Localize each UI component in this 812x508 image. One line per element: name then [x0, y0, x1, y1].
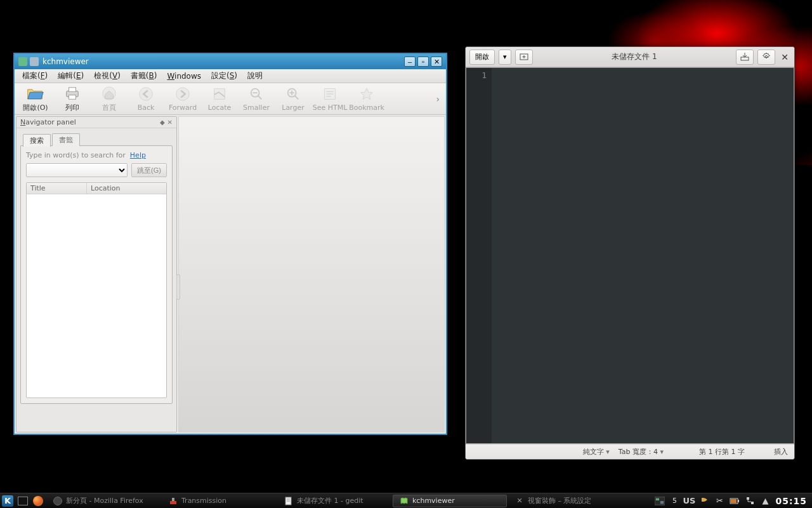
kde-menu-button[interactable]: K	[0, 494, 15, 508]
clock[interactable]: 05:15	[775, 496, 807, 506]
toolbar-overflow-button[interactable]: ›	[432, 94, 443, 104]
firefox-icon	[33, 496, 43, 506]
kchm-titlebar[interactable]: kchmviewer – ▫ ✕	[15, 54, 446, 69]
kchm-title: kchmviewer	[43, 57, 404, 66]
svg-rect-33	[731, 499, 737, 503]
home-icon	[100, 85, 118, 102]
svg-rect-2	[69, 95, 75, 99]
clipboard-icon[interactable]: ✂	[714, 496, 724, 506]
folder-open-icon	[27, 85, 44, 102]
svg-line-8	[258, 96, 262, 100]
kchmviewer-icon	[400, 497, 409, 505]
col-title[interactable]: Title	[27, 183, 87, 194]
close-button[interactable]: ✕	[431, 57, 442, 67]
language-selector[interactable]: 純文字	[583, 447, 610, 457]
results-table[interactable]: Title Location	[26, 182, 167, 398]
larger-button[interactable]: Larger	[275, 84, 311, 114]
gedit-icon	[284, 497, 293, 505]
new-tab-button[interactable]	[515, 50, 533, 65]
terminal-launcher[interactable]	[15, 494, 30, 508]
col-location[interactable]: Location	[87, 183, 166, 194]
print-button[interactable]: 列印	[54, 84, 91, 114]
transmission-icon	[169, 497, 178, 505]
tab-search[interactable]: 搜索	[23, 134, 51, 147]
go-button[interactable]: 跳至(G)	[131, 163, 167, 177]
gedit-title: 未儲存文件 1	[537, 51, 732, 62]
splitter-handle[interactable]	[176, 274, 180, 300]
close-button[interactable]: ✕	[779, 51, 790, 63]
forward-button[interactable]: Forward	[164, 84, 201, 114]
see-html-button[interactable]: See HTML	[311, 84, 348, 114]
task-firefox[interactable]: 新分頁 - Mozilla Firefox	[46, 495, 160, 507]
menu-file[interactable]: 檔案(F)	[17, 69, 53, 83]
zoom-out-icon	[247, 86, 265, 102]
close-icon: ✕	[781, 52, 789, 62]
help-link[interactable]: Help	[130, 151, 146, 159]
svg-rect-24	[172, 498, 174, 501]
menu-settings[interactable]: 設定(S)	[206, 69, 242, 83]
back-button[interactable]: Back	[128, 84, 164, 114]
kde-logo-icon: K	[2, 495, 13, 507]
gedit-headerbar[interactable]: 開啟 ▾ 未儲存文件 1 ✕	[466, 47, 794, 67]
task-gedit[interactable]: 未儲存文件 1 - gedit	[277, 495, 391, 507]
wrench-icon: ✕	[515, 497, 524, 505]
menu-help[interactable]: 說明	[242, 69, 268, 83]
gear-icon	[762, 52, 771, 62]
open-recent-dropdown[interactable]: ▾	[499, 50, 511, 65]
open-button[interactable]: 開啟(O)	[17, 84, 54, 114]
tab-bookmarks[interactable]: 書籤	[52, 133, 80, 146]
html-icon	[321, 86, 339, 102]
star-icon	[358, 86, 376, 102]
locate-button[interactable]: Locate	[201, 84, 238, 114]
search-hint: Type in word(s) to search for Help	[26, 151, 167, 159]
insert-mode: 插入	[774, 447, 788, 457]
task-kchmviewer[interactable]: kchmviewer	[393, 495, 507, 507]
smaller-button[interactable]: Smaller	[238, 84, 275, 114]
firefox-launcher[interactable]	[30, 494, 46, 508]
content-view[interactable]	[178, 116, 445, 432]
notifications-icon[interactable]	[699, 496, 709, 506]
open-button[interactable]: 開啟	[469, 50, 495, 65]
keyboard-layout[interactable]: US	[684, 496, 694, 506]
gedit-statusbar: 純文字 Tab 寬度：4 第 1 行第 1 字 插入	[466, 444, 794, 459]
svg-rect-35	[751, 502, 754, 504]
save-button[interactable]	[736, 50, 754, 65]
kchm-app-icon	[18, 57, 27, 66]
svg-rect-21	[741, 57, 749, 60]
maximize-button[interactable]: ▫	[417, 57, 429, 67]
task-label: 未儲存文件 1 - gedit	[297, 496, 363, 505]
svg-rect-34	[747, 497, 749, 500]
minimize-button[interactable]: –	[404, 57, 416, 67]
gedit-window: 開啟 ▾ 未儲存文件 1 ✕ 1 純文字 Tab 寬度：4	[465, 46, 795, 460]
menu-button[interactable]	[757, 50, 775, 65]
tab-width-selector[interactable]: Tab 寬度：4	[619, 447, 664, 457]
bookmark-button[interactable]: Bookmark	[348, 84, 385, 114]
desktop-number[interactable]: 5	[670, 497, 679, 505]
chevron-down-icon: ▾	[503, 53, 507, 61]
kchm-toolbar: 開啟(O) 列印 首頁 Back Forward	[15, 83, 446, 115]
printer-icon	[63, 85, 81, 102]
battery-icon[interactable]	[730, 496, 740, 506]
menu-bookmarks[interactable]: 書籤(B)	[126, 69, 162, 83]
search-input[interactable]	[26, 163, 128, 177]
panel-close-icon[interactable]: ✕	[167, 119, 173, 126]
navigator-panel: Navigator panel ◆ ✕ 搜索 書籤 Type in word(s…	[16, 116, 177, 432]
menu-windows[interactable]: Windows	[162, 70, 206, 82]
menu-view[interactable]: 檢視(V)	[89, 69, 126, 83]
expand-tray-icon[interactable]: ▲	[760, 496, 770, 506]
task-systemsettings[interactable]: ✕ 視窗裝飾 – 系統設定	[508, 495, 617, 507]
task-label: kchmviewer	[412, 497, 455, 505]
network-icon[interactable]	[745, 496, 755, 506]
menu-edit[interactable]: 編輯(E)	[53, 69, 89, 83]
panel-detach-icon[interactable]: ◆	[160, 119, 165, 126]
desktop-pager[interactable]	[655, 496, 665, 506]
text-editor[interactable]: 1	[466, 67, 794, 444]
taskbar: K 新分頁 - Mozilla Firefox Transmission 未儲存…	[0, 493, 812, 508]
home-button[interactable]: 首頁	[91, 84, 128, 114]
text-area[interactable]	[492, 68, 794, 443]
kchm-doc-icon	[30, 57, 39, 66]
task-label: 新分頁 - Mozilla Firefox	[66, 496, 143, 505]
task-transmission[interactable]: Transmission	[162, 495, 276, 507]
svg-point-4	[140, 88, 152, 100]
navigator-panel-title: Navigator panel	[20, 118, 157, 126]
